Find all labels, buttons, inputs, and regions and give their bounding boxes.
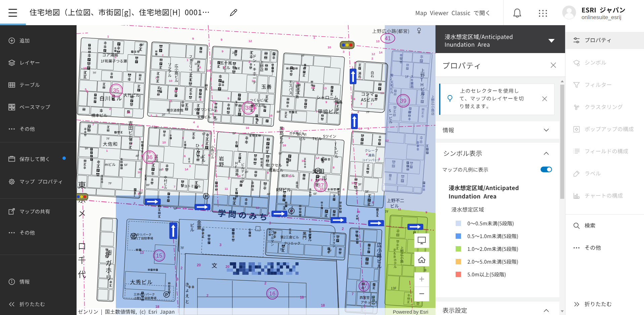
svg-text:10: 10: [169, 79, 173, 83]
svg-text:2: 2: [371, 56, 373, 60]
svg-text:12: 12: [371, 52, 375, 56]
svg-text:16: 16: [282, 143, 286, 147]
svg-text:9: 9: [208, 153, 210, 157]
svg-text:P: P: [317, 169, 320, 174]
svg-text:4: 4: [201, 143, 203, 147]
svg-text:8: 8: [267, 171, 269, 174]
svg-text:5F: 5F: [87, 127, 91, 130]
svg-text:1: 1: [106, 149, 108, 152]
svg-text:14: 14: [237, 174, 241, 178]
svg-text:4F: 4F: [135, 154, 139, 158]
svg-text:7F: 7F: [93, 71, 96, 75]
svg-text:12: 12: [248, 39, 252, 43]
svg-text:14: 14: [379, 50, 382, 54]
svg-text:10: 10: [162, 140, 166, 144]
svg-text:1: 1: [187, 58, 189, 62]
svg-text:7: 7: [370, 102, 372, 106]
svg-text:5F: 5F: [124, 163, 128, 167]
svg-text:7F: 7F: [301, 54, 305, 57]
svg-text:5F: 5F: [202, 132, 206, 136]
svg-text:7: 7: [155, 76, 157, 80]
svg-text:2: 2: [109, 107, 111, 110]
svg-text:7F: 7F: [106, 137, 110, 140]
svg-text:8F: 8F: [154, 126, 158, 129]
svg-text:2: 2: [248, 60, 250, 63]
svg-text:7F: 7F: [333, 100, 337, 104]
svg-text:4: 4: [209, 131, 211, 135]
svg-text:7: 7: [141, 154, 143, 158]
svg-text:1: 1: [182, 136, 184, 140]
svg-text:6: 6: [199, 98, 201, 101]
svg-text:9F: 9F: [85, 146, 89, 150]
svg-text:1: 1: [107, 35, 109, 38]
svg-text:3: 3: [343, 50, 344, 53]
svg-text:16: 16: [359, 127, 362, 130]
svg-text:4: 4: [357, 110, 359, 114]
svg-text:12: 12: [380, 91, 384, 95]
svg-text:3F: 3F: [358, 182, 362, 186]
svg-text:1: 1: [139, 137, 141, 140]
svg-text:2: 2: [311, 178, 312, 182]
svg-text:11: 11: [225, 187, 228, 190]
svg-text:8F: 8F: [146, 183, 150, 187]
svg-text:3: 3: [367, 127, 369, 130]
svg-text:10: 10: [328, 45, 331, 49]
svg-text:35: 35: [113, 87, 120, 94]
svg-text:3: 3: [189, 164, 191, 168]
svg-text:2F: 2F: [162, 113, 166, 117]
svg-text:36: 36: [146, 154, 153, 161]
svg-text:9: 9: [222, 49, 223, 53]
svg-text:7: 7: [92, 123, 94, 126]
svg-text:6: 6: [354, 61, 356, 64]
svg-text:16: 16: [83, 66, 87, 70]
svg-text:1: 1: [288, 136, 290, 139]
svg-text:9: 9: [221, 38, 222, 41]
svg-text:37: 37: [318, 182, 324, 189]
svg-text:3F: 3F: [269, 167, 273, 170]
svg-text:6F: 6F: [139, 191, 143, 195]
svg-text:6: 6: [184, 154, 186, 158]
svg-text:9: 9: [325, 100, 327, 104]
svg-text:6: 6: [354, 97, 355, 101]
svg-text:14: 14: [311, 86, 315, 89]
svg-text:6F: 6F: [141, 43, 144, 46]
svg-text:3F: 3F: [214, 118, 218, 121]
svg-text:7: 7: [359, 77, 361, 80]
svg-text:4: 4: [162, 185, 164, 189]
svg-text:7: 7: [174, 185, 175, 188]
svg-text:5: 5: [85, 87, 87, 91]
svg-text:9F: 9F: [200, 155, 204, 159]
svg-text:7F: 7F: [159, 168, 163, 172]
svg-text:2F: 2F: [245, 170, 248, 174]
svg-text:10: 10: [245, 126, 249, 130]
svg-text:14: 14: [316, 156, 319, 160]
svg-text:14: 14: [185, 167, 188, 171]
svg-text:2: 2: [216, 109, 218, 113]
svg-text:7F: 7F: [108, 181, 112, 185]
svg-text:16: 16: [269, 114, 273, 117]
svg-text:3: 3: [114, 55, 116, 59]
svg-text:16: 16: [174, 89, 178, 93]
svg-text:3: 3: [378, 157, 380, 161]
svg-text:1: 1: [313, 36, 315, 39]
svg-text:4: 4: [366, 152, 368, 156]
svg-text:3: 3: [155, 114, 157, 117]
svg-text:4: 4: [193, 120, 195, 124]
svg-text:11: 11: [213, 100, 216, 104]
svg-text:2: 2: [228, 176, 230, 180]
svg-text:4F: 4F: [267, 192, 270, 196]
svg-text:11: 11: [281, 126, 285, 130]
svg-text:9: 9: [192, 37, 194, 40]
svg-text:13: 13: [376, 39, 380, 43]
svg-text:7: 7: [131, 142, 133, 145]
svg-text:10: 10: [351, 181, 355, 185]
svg-text:onlinesuite_esrij: onlinesuite_esrij: [582, 14, 621, 20]
svg-text:7: 7: [316, 109, 317, 113]
svg-text:3: 3: [360, 102, 362, 105]
svg-text:1: 1: [150, 114, 152, 117]
svg-text:38: 38: [245, 105, 252, 111]
svg-text:8F: 8F: [277, 110, 280, 114]
svg-text:8: 8: [333, 166, 334, 169]
svg-text:1F: 1F: [194, 62, 198, 65]
svg-text:7F: 7F: [366, 110, 370, 114]
